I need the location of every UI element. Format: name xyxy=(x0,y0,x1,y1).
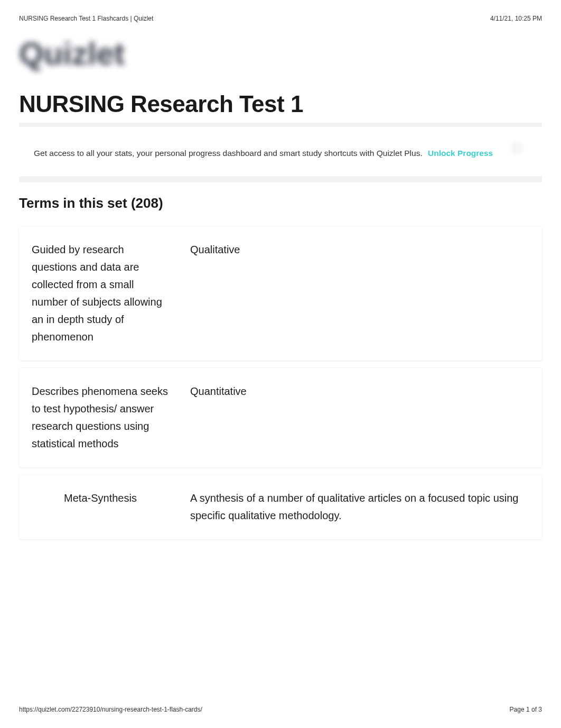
print-footer: https://quizlet.com/22723910/nursing-res… xyxy=(19,706,542,713)
divider xyxy=(19,176,542,182)
promo-text: Get access to all your stats, your perso… xyxy=(34,149,423,158)
footer-page: Page 1 of 3 xyxy=(510,706,542,713)
flashcard-definition: A synthesis of a number of qualitative a… xyxy=(190,490,529,524)
header-left: NURSING Research Test 1 Flashcards | Qui… xyxy=(19,15,153,22)
footer-url: https://quizlet.com/22723910/nursing-res… xyxy=(19,706,202,713)
divider xyxy=(19,123,542,127)
flashcard-list: Guided by research questions and data ar… xyxy=(19,226,542,539)
print-header: NURSING Research Test 1 Flashcards | Qui… xyxy=(19,15,542,22)
close-icon[interactable] xyxy=(510,142,523,154)
page-title: NURSING Research Test 1 xyxy=(19,91,542,117)
unlock-progress-link[interactable]: Unlock Progress xyxy=(428,149,493,158)
promo-banner: Get access to all your stats, your perso… xyxy=(19,132,542,172)
terms-heading: Terms in this set (208) xyxy=(19,195,542,211)
flashcard-definition: Quantitative xyxy=(190,383,529,453)
flashcard-term: Meta-Synthesis xyxy=(32,490,169,524)
flashcard-term: Describes phenomena seeks to test hypoth… xyxy=(32,383,169,453)
flashcard[interactable]: Guided by research questions and data ar… xyxy=(19,226,542,361)
brand-logo: Quizlet xyxy=(19,35,542,72)
flashcard-definition: Qualitative xyxy=(190,241,529,346)
flashcard-term: Guided by research questions and data ar… xyxy=(32,241,169,346)
flashcard[interactable]: Meta-Synthesis A synthesis of a number o… xyxy=(19,475,542,539)
flashcard[interactable]: Describes phenomena seeks to test hypoth… xyxy=(19,368,542,467)
header-right: 4/11/21, 10:25 PM xyxy=(490,15,542,22)
svg-text:Quizlet: Quizlet xyxy=(19,36,125,71)
